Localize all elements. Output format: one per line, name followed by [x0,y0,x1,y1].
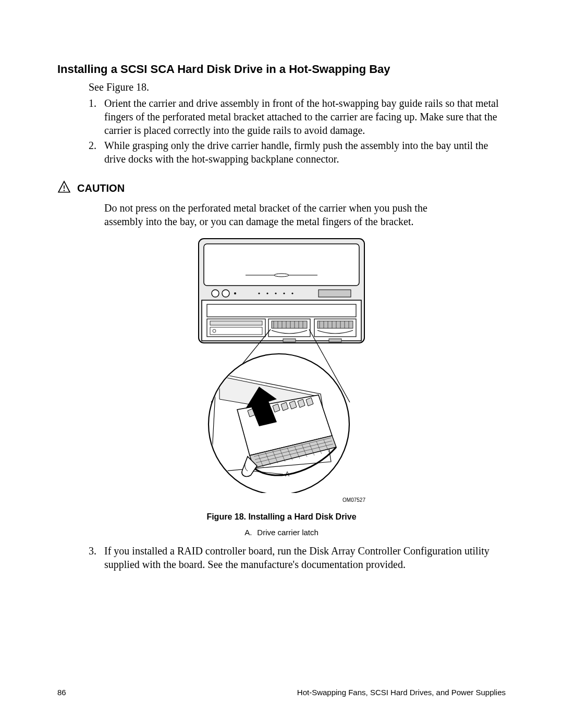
step-text: If you installed a RAID controller board… [104,544,506,571]
legend-text: Drive carrier latch [257,528,319,537]
list-item: 2. While grasping only the drive carrier… [89,139,506,166]
intro-text: See Figure 18. [89,81,506,93]
step-number: 1. [89,96,104,137]
callout-label: A [285,471,289,478]
svg-rect-23 [272,321,307,328]
svg-point-13 [283,292,285,294]
svg-point-12 [275,292,276,294]
svg-rect-3 [204,244,359,286]
step-number: 2. [89,139,104,166]
legend-letter: A. [244,528,252,537]
caution-heading: CAUTION [57,180,506,196]
svg-rect-34 [317,321,353,328]
svg-point-8 [222,290,229,297]
step-list-bottom: 3. If you installed a RAID controller bo… [89,544,506,571]
svg-point-5 [274,274,289,277]
svg-point-9 [234,292,236,294]
page-number: 86 [57,688,66,697]
section-heading: Installing a SCSI SCA Hard Disk Drive in… [57,63,506,76]
svg-rect-17 [207,304,356,317]
step-text: Orient the carrier and drive assembly in… [104,96,506,137]
svg-point-7 [212,290,219,297]
list-item: 3. If you installed a RAID controller bo… [89,544,506,571]
list-item: 1. Orient the carrier and drive assembly… [89,96,506,137]
svg-point-14 [291,292,293,294]
caution-icon [57,180,71,196]
svg-rect-15 [319,290,351,297]
step-list-top: 1. Orient the carrier and drive assembly… [89,96,506,166]
svg-rect-20 [210,327,262,335]
svg-rect-43 [329,339,341,342]
step-number: 3. [89,544,104,571]
footer-section: Hot-Swapping Fans, SCSI Hard Drives, and… [297,688,506,697]
figure-illustration: A OM07527 [195,238,368,503]
figure-caption: Figure 18. Installing a Hard Disk Drive [206,512,356,522]
page-footer: 86 Hot-Swapping Fans, SCSI Hard Drives, … [57,688,506,697]
svg-rect-19 [210,321,262,325]
svg-point-11 [266,292,268,294]
page-content: Installing a SCSI SCA Hard Disk Drive in… [0,0,563,571]
svg-rect-32 [283,339,296,342]
figure: A OM07527 Figure 18. Installing a Hard D… [57,238,506,542]
figure-ref: OM07527 [195,497,365,503]
caution-label: CAUTION [77,182,125,194]
caution-body: Do not press on the perforated metal bra… [104,201,438,228]
figure-legend: A. Drive carrier latch [244,528,319,537]
svg-point-1 [64,190,65,191]
step-text: While grasping only the drive carrier ha… [104,139,506,166]
svg-point-10 [258,292,260,294]
